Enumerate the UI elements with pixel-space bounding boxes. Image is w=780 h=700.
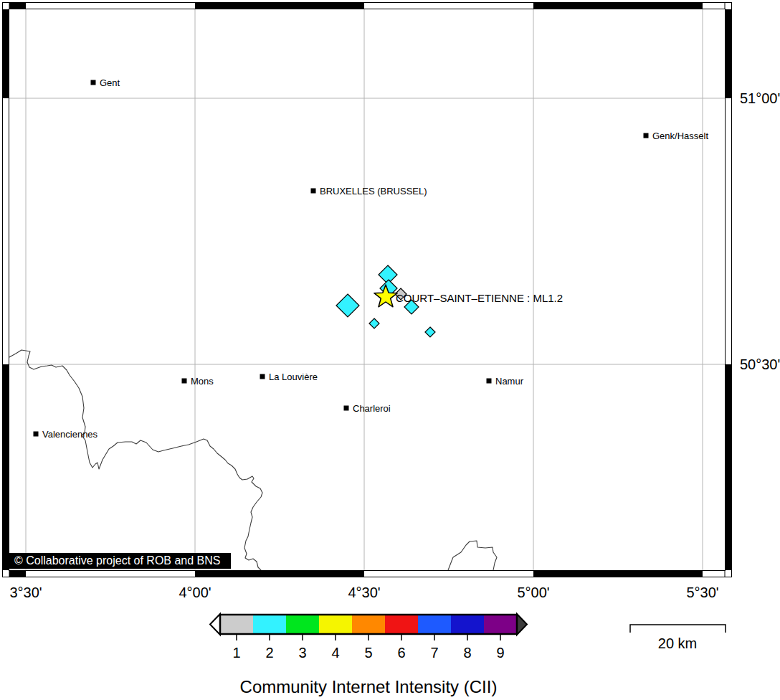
cii-intensity-map-figure: COURT–SAINT–ETIENNE : ML1.2 GentGenk/Has… [0, 0, 780, 700]
city-label: Mons [191, 376, 214, 387]
city-label: La Louvière [269, 372, 318, 382]
city-label: Genk/Hasselt [652, 131, 708, 141]
city-square-icon [344, 406, 349, 411]
axis-label-latitude: 50°30' [740, 356, 780, 372]
colorbar-value: 9 [496, 645, 504, 661]
city-label: Namur [495, 376, 524, 387]
map-canvas: COURT–SAINT–ETIENNE : ML1.2 GentGenk/Has… [0, 0, 780, 700]
axis-label-longitude: 4°30' [348, 585, 380, 600]
copyright-text: © Collaborative project of ROB and BNS [14, 554, 220, 567]
colorbar-segment [253, 615, 286, 634]
colorbar-value: 3 [298, 645, 306, 661]
axis-label-longitude: 3°30' [9, 585, 42, 600]
city-marker: Valenciennes [34, 429, 98, 440]
colorbar-value: 6 [397, 645, 405, 661]
city-square-icon [34, 432, 39, 437]
longitude-axis-labels: 3°30'4°00'4°30'5°00'5°30' [9, 585, 718, 600]
colorbar-value: 4 [331, 645, 339, 661]
axis-label-longitude: 5°00' [517, 585, 549, 600]
city-marker: BRUXELLES (BRUSSEL) [311, 186, 427, 197]
axis-label-latitude: 51°00' [740, 90, 780, 106]
colorbar-value: 1 [232, 645, 240, 661]
colorbar-value: 8 [463, 645, 471, 661]
colorbar-right-arrow-icon [517, 614, 527, 635]
colorbar-left-arrow-icon [210, 614, 220, 635]
colorbar-segment [352, 615, 385, 634]
colorbar-value: 5 [364, 645, 372, 661]
scale-bar: 20 km [630, 625, 726, 651]
colorbar-value: 2 [265, 645, 273, 661]
city-marker: La Louvière [260, 372, 318, 382]
colorbar-title: Community Internet Intensity (CII) [240, 677, 498, 696]
axis-label-longitude: 4°00' [179, 585, 211, 600]
colorbar-segment [319, 615, 352, 634]
colorbar-segment [286, 615, 319, 634]
city-label: Valenciennes [42, 429, 98, 440]
colorbar-value: 7 [430, 645, 438, 661]
epicenter-label: COURT–SAINT–ETIENNE : ML1.2 [396, 292, 563, 304]
city-square-icon [311, 189, 316, 194]
city-label: Charleroi [353, 403, 391, 414]
axis-label-longitude: 5°30' [686, 585, 718, 600]
map-background [3, 3, 732, 577]
city-marker: Genk/Hasselt [644, 131, 709, 141]
colorbar-segments: 123456789 [220, 615, 517, 661]
scale-bar-bracket [630, 625, 726, 633]
city-label: Gent [100, 77, 120, 88]
city-square-icon [260, 374, 265, 379]
copyright-box: © Collaborative project of ROB and BNS [9, 553, 231, 569]
city-label: BRUXELLES (BRUSSEL) [320, 186, 427, 197]
colorbar-segment [451, 615, 484, 634]
city-square-icon [644, 133, 649, 138]
colorbar-segment [484, 615, 517, 634]
colorbar-segment [385, 615, 418, 634]
colorbar-segment [220, 615, 253, 634]
city-square-icon [182, 379, 187, 384]
city-square-icon [91, 80, 96, 85]
scale-bar-label: 20 km [658, 635, 697, 651]
latitude-axis-labels: 51°00'50°30' [740, 90, 780, 372]
city-square-icon [487, 379, 492, 384]
colorbar-segment [418, 615, 451, 634]
